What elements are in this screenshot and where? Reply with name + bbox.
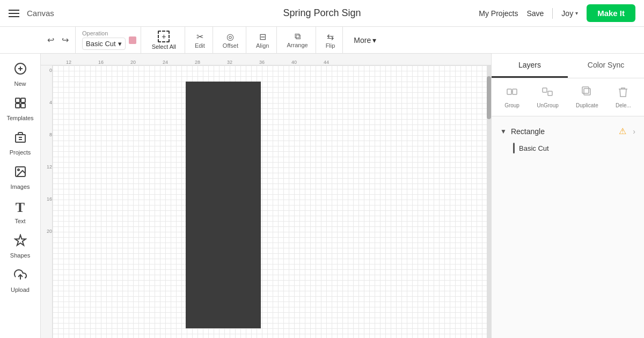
hamburger-menu[interactable] [9, 10, 19, 17]
sidebar-item-upload[interactable]: Upload [2, 264, 39, 297]
more-chevron-icon: ▾ [372, 36, 376, 45]
operation-group: Operation Basic Cut ▾ [78, 27, 141, 53]
more-group: More ▾ [345, 27, 385, 53]
layer-group-rectangle: ▼ Rectangle ⚠ › Basic Cut [498, 123, 638, 157]
duplicate-label: Duplicate [576, 102, 598, 108]
svg-rect-18 [584, 89, 590, 95]
sidebar-item-templates[interactable]: Templates [2, 92, 39, 126]
canvas-area[interactable]: 12 16 20 24 28 32 36 40 44 0 4 8 12 16 2… [41, 54, 491, 338]
undo-redo-group: ↩ ↪ [41, 27, 76, 53]
ungroup-action[interactable]: UnGroup [533, 84, 562, 111]
align-icon: ⊟ [259, 32, 266, 42]
operation-label: Operation [82, 30, 126, 36]
edit-button[interactable]: ✂ Edit [192, 30, 208, 50]
sidebar-item-shapes[interactable]: Shapes [2, 230, 39, 263]
flip-group: ⇆ Flip [318, 27, 343, 53]
layer-expand-icon: ▼ [500, 128, 507, 135]
project-title: Spring Porch Sign [283, 8, 361, 19]
edit-label: Edit [195, 42, 205, 49]
select-all-group: + Select All [143, 27, 185, 53]
projects-icon [14, 131, 27, 147]
flip-icon: ⇆ [327, 32, 334, 42]
more-button[interactable]: More ▾ [349, 34, 380, 47]
svg-point-11 [18, 169, 19, 171]
right-panel: Layers Color Sync Group [491, 54, 644, 338]
offset-group: ◎ Offset [215, 27, 246, 53]
edit-icon: ✂ [196, 32, 203, 42]
sidebar-item-images-label: Images [10, 183, 30, 190]
panel-tabs: Layers Color Sync [492, 54, 644, 78]
layer-item-basic-cut[interactable]: Basic Cut [498, 139, 638, 157]
nav-right: My Projects Save Joy ▾ Make It [479, 4, 635, 22]
duplicate-action[interactable]: Duplicate [573, 84, 602, 111]
panel-content: ▼ Rectangle ⚠ › Basic Cut [492, 116, 644, 338]
sidebar-item-upload-label: Upload [11, 286, 30, 293]
more-label: More [354, 36, 371, 45]
arrange-icon: ⧉ [295, 32, 301, 41]
sidebar-item-templates-label: Templates [6, 115, 33, 121]
canvas-grid[interactable] [53, 65, 491, 338]
redo-button[interactable]: ↪ [60, 33, 71, 47]
top-navigation: Canvas Spring Porch Sign My Projects Sav… [0, 0, 644, 27]
sidebar-item-text[interactable]: T Text [2, 195, 39, 229]
color-swatch[interactable] [129, 36, 136, 44]
select-all-label: Select All [152, 43, 176, 50]
svg-rect-14 [513, 89, 517, 94]
arrange-button[interactable]: ⧉ Arrange [283, 30, 311, 50]
layer-more-icon: › [633, 127, 635, 136]
upload-icon [14, 268, 27, 284]
nav-divider [552, 8, 553, 19]
vertical-scrollbar[interactable] [487, 65, 491, 338]
offset-label: Offset [223, 42, 238, 49]
offset-button[interactable]: ◎ Offset [219, 30, 241, 50]
operation-value: Basic Cut [86, 40, 116, 48]
svg-rect-19 [582, 87, 589, 93]
group-label: Group [504, 102, 519, 108]
panel-actions: Group UnGroup Duplicate [492, 78, 644, 116]
align-group: ⊟ Align [248, 27, 277, 53]
duplicate-icon [581, 86, 593, 100]
align-label: Align [256, 42, 269, 49]
canvas-rectangle[interactable] [186, 82, 261, 328]
ungroup-label: UnGroup [537, 102, 559, 108]
warning-icon: ⚠ [619, 126, 626, 136]
save-button[interactable]: Save [526, 9, 544, 18]
select-all-button[interactable]: + Select All [148, 28, 180, 52]
flip-button[interactable]: ⇆ Flip [323, 30, 339, 50]
user-name: Joy [561, 9, 573, 18]
layer-group-name: Rectangle [511, 127, 614, 136]
sidebar-item-images[interactable]: Images [2, 161, 39, 194]
group-action[interactable]: Group [501, 84, 523, 111]
canvas-label: Canvas [27, 9, 54, 18]
svg-rect-6 [21, 104, 25, 108]
align-button[interactable]: ⊟ Align [253, 30, 272, 50]
svg-rect-13 [507, 89, 511, 94]
edit-group: ✂ Edit [187, 27, 213, 53]
svg-rect-4 [21, 98, 25, 102]
my-projects-button[interactable]: My Projects [479, 9, 518, 18]
arrange-group: ⧉ Arrange [279, 27, 316, 53]
ungroup-icon [541, 86, 553, 100]
tab-color-sync[interactable]: Color Sync [568, 54, 644, 78]
flip-label: Flip [326, 42, 335, 49]
make-it-button[interactable]: Make It [587, 4, 635, 22]
undo-button[interactable]: ↩ [45, 33, 56, 47]
svg-rect-17 [548, 91, 552, 95]
operation-select[interactable]: Basic Cut ▾ [82, 38, 126, 50]
arrange-label: Arrange [287, 42, 308, 48]
layer-group-rectangle-header[interactable]: ▼ Rectangle ⚠ › [498, 123, 638, 139]
ruler-top: 12 16 20 24 28 32 36 40 44 [41, 54, 491, 65]
select-all-icon: + [158, 31, 170, 42]
delete-action[interactable]: Dele... [612, 84, 634, 111]
operation-dropdown-icon: ▾ [118, 40, 122, 48]
tab-layers[interactable]: Layers [492, 54, 568, 78]
sidebar-item-new[interactable]: New [2, 58, 39, 91]
sidebar-item-text-label: Text [14, 218, 25, 224]
user-menu-button[interactable]: Joy ▾ [561, 9, 578, 18]
svg-rect-16 [543, 88, 547, 92]
scrollbar-thumb[interactable] [487, 76, 491, 119]
main-area: New Templates Pr [0, 54, 644, 338]
offset-icon: ◎ [226, 32, 234, 42]
sidebar-item-projects[interactable]: Projects [2, 127, 39, 160]
templates-icon [14, 97, 27, 113]
